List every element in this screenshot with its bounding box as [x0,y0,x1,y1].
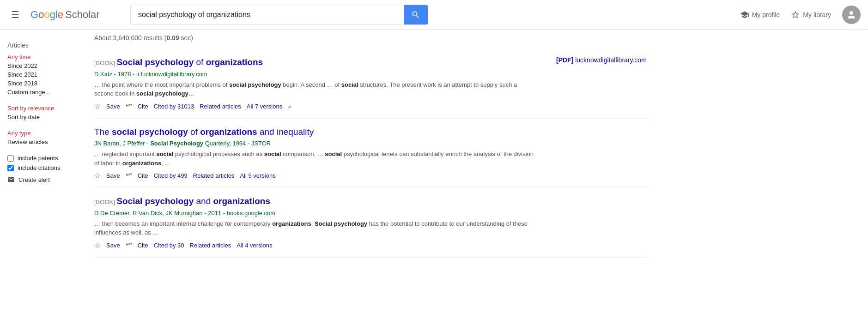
include-citations-checkbox[interactable] [7,165,14,171]
cite-link-1[interactable]: Cite [138,103,148,110]
result-author-jk-murnighan[interactable]: JK Murnighan [165,210,202,217]
result-title-2: The social psychology of organizations a… [94,126,538,138]
result-side-3 [556,195,649,250]
include-citations-label: include citations [18,164,61,171]
more-icon-1[interactable]: » [288,103,291,110]
star-icon [791,10,800,19]
save-link-3[interactable]: Save [106,242,120,249]
cited-by-link-3[interactable]: Cited by 30 [154,242,184,249]
result-snippet-2: … neglected important social psychologic… [94,150,538,168]
result-author-j-pfeffer[interactable]: J Pfeffer [122,140,145,147]
save-star-icon-2[interactable]: ☆ [94,171,101,180]
search-input[interactable] [131,5,404,24]
sort-filter-section: Sort by relevance Sort by date [7,105,76,120]
cite-link-2[interactable]: Cite [138,172,148,179]
type-filter-section: Any type Review articles [7,130,76,145]
related-articles-link-3[interactable]: Related articles [190,242,231,249]
result-title-orgs: organizations [200,127,257,137]
save-link-2[interactable]: Save [106,172,120,179]
checkbox-section: include patents include citations [7,155,76,171]
result-actions-3: ☆ Save ❝❞ Cite Cited by 30 Related artic… [94,241,538,250]
logo-google: Google [30,9,63,21]
cited-by-link-2[interactable]: Cited by 499 [154,172,188,179]
header: ☰ Google Scholar My profile My library [0,0,868,30]
result-main-3: [BOOK] Social psychology and organizatio… [94,195,538,250]
cited-by-link-1[interactable]: Cited by 31013 [154,103,194,110]
pdf-link-1[interactable]: [PDF] lucknowdigitallibrary.com [556,56,647,64]
email-icon [7,176,15,183]
person-icon [846,9,857,20]
result-author-jn-baron[interactable]: JN Baron [94,140,119,147]
logo-scholar-text: Scholar [65,9,100,21]
result-tag-3: [BOOK] [94,199,116,205]
result-title-orgs-3: organizations [213,196,271,206]
save-star-icon-3[interactable]: ☆ [94,241,101,250]
result-tag-1: [BOOK] [94,60,116,66]
graduation-cap-icon [740,10,749,19]
my-profile-label: My profile [752,11,780,18]
result-actions-2: ☆ Save ❝❞ Cite Cited by 499 Related arti… [94,171,538,180]
all-versions-link-2[interactable]: All 5 versions [240,172,275,179]
result-source-3: - 2011 - books.google.com [204,210,275,217]
result-side-2 [556,126,649,181]
all-versions-link-3[interactable]: All 4 versions [237,242,272,249]
result-title-link-3[interactable]: Social psychology and organizations [116,196,270,206]
filter-since-2022[interactable]: Since 2022 [7,62,76,69]
result-title-3: [BOOK] Social psychology and organizatio… [94,195,538,208]
cite-icon-1[interactable]: ❝❞ [126,103,132,110]
result-item-2: The social psychology of organizations a… [94,119,649,188]
result-actions-1: ☆ Save ❝❞ Cite Cited by 31013 Related ar… [94,102,538,111]
create-alert[interactable]: Create alert [7,176,76,183]
menu-icon[interactable]: ☰ [7,6,23,24]
cite-icon-3[interactable]: ❝❞ [126,242,132,249]
save-link-1[interactable]: Save [106,103,120,110]
content: Articles Any time Since 2022 Since 2021 … [0,30,868,258]
create-alert-label: Create alert [18,176,50,183]
logo[interactable]: Google Scholar [30,9,123,21]
result-author-r-van-dick[interactable]: R Van Dick [133,210,162,217]
result-title-word-3: organizations [206,57,263,67]
result-side-1: [PDF] lucknowdigitallibrary.com [556,56,649,111]
filter-any-time[interactable]: Any time [7,54,76,60]
type-review-articles[interactable]: Review articles [7,138,76,145]
result-meta-1: D Katz - 1978 - ir.lucknowdigitallibrary… [94,71,538,78]
cite-link-3[interactable]: Cite [138,242,148,249]
result-source-2: - Social Psychology Quarterly, 1994 - JS… [146,140,271,147]
result-title-link-2[interactable]: The social psychology of organizations a… [94,127,314,137]
save-star-icon-1[interactable]: ☆ [94,102,101,111]
my-library-link[interactable]: My library [791,10,831,19]
result-title-link-1[interactable]: Social psychology of organizations [116,57,263,67]
sidebar: Articles Any time Since 2022 Since 2021 … [0,30,83,258]
result-title-the: The [94,127,112,137]
search-button[interactable] [404,5,428,24]
result-title-of: of [190,127,200,137]
result-title-word-1: Social psychology [116,57,194,67]
result-author-d-de-cremer[interactable]: D De Cremer [94,210,129,217]
my-profile-link[interactable]: My profile [740,10,780,19]
result-meta-3: D De Cremer, R Van Dick, JK Murnighan - … [94,210,538,217]
sort-by-relevance[interactable]: Sort by relevance [7,105,76,112]
include-patents-checkbox[interactable] [7,155,14,162]
result-item: [BOOK] Social psychology of organization… [94,49,649,119]
include-citations-checkbox-row[interactable]: include citations [7,164,76,171]
all-versions-link-1[interactable]: All 7 versions [247,103,282,110]
include-patents-checkbox-row[interactable]: include patents [7,155,76,162]
sort-by-date[interactable]: Sort by date [7,114,76,120]
filter-since-2018[interactable]: Since 2018 [7,80,76,87]
result-meta-2: JN Baron, J Pfeffer - Social Psychology … [94,140,538,147]
cite-icon-2[interactable]: ❝❞ [126,172,132,179]
filter-custom-range[interactable]: Custom range... [7,89,76,96]
result-title-social-3: Social psychology [116,196,194,206]
search-icon [411,10,420,19]
time-filter-section: Any time Since 2022 Since 2021 Since 201… [7,54,76,96]
avatar[interactable] [842,6,861,24]
result-author-link-1[interactable]: D Katz [94,71,112,78]
result-title-inequality: and inequality [260,127,314,137]
search-bar [130,5,428,25]
related-articles-link-1[interactable]: Related articles [200,103,241,110]
result-main-2: The social psychology of organizations a… [94,126,538,181]
type-any[interactable]: Any type [7,130,76,137]
result-year-source-1: - 1978 - ir.lucknowdigitallibrary.com [114,71,207,78]
related-articles-link-2[interactable]: Related articles [193,172,235,179]
filter-since-2021[interactable]: Since 2021 [7,71,76,78]
